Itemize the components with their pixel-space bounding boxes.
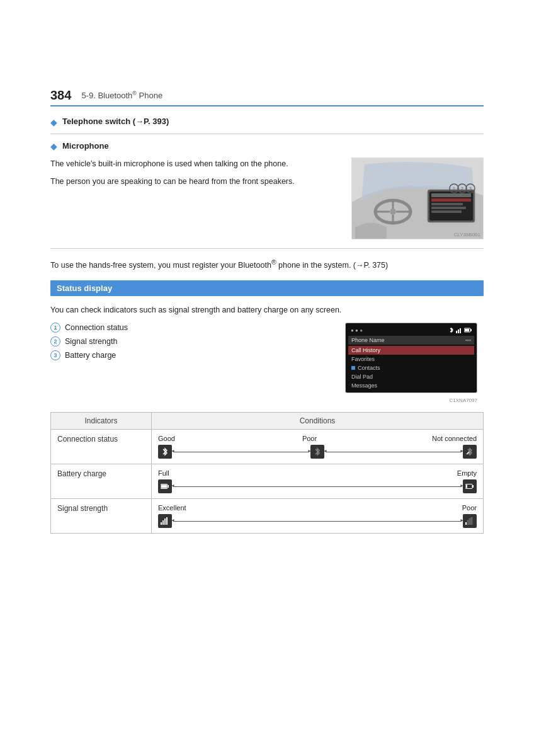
svg-rect-21 [458, 329, 459, 333]
microphone-label: Microphone [62, 141, 109, 151]
circle-1: 1 [50, 323, 60, 333]
label-poor-conn: Poor [297, 435, 322, 442]
svg-rect-10 [431, 198, 471, 202]
phone-screen-mockup: ● ● ● [345, 323, 477, 393]
connection-labels-row: Good Poor Not connected [158, 435, 477, 442]
status-label-2: Signal strength [65, 337, 117, 346]
status-label-1: Connection status [65, 323, 128, 332]
status-description: You can check indicators such as signal … [50, 304, 484, 316]
phone-menu-dialpad: Dial Pad [348, 372, 474, 381]
row-conditions-battery: Full Empty [152, 464, 484, 499]
svg-point-2 [390, 209, 396, 215]
status-item-2: 2 Signal strength [50, 336, 335, 346]
label-not-connected: Not connected [426, 435, 477, 442]
circle-2: 2 [50, 336, 60, 346]
microphone-description: The vehicle's built-in microphone is use… [50, 158, 341, 188]
svg-rect-13 [431, 210, 462, 213]
table-row-battery: Battery charge Full Empty [51, 464, 484, 499]
signal-labels-row: Excellent Poor [158, 504, 477, 512]
microphone-desc2: The person you are speaking to can be he… [50, 175, 341, 188]
svg-rect-33 [161, 522, 162, 525]
label-excellent: Excellent [158, 504, 193, 512]
table-row-connection: Connection status Good Poor Not connecte… [51, 430, 484, 464]
svg-rect-28 [168, 485, 169, 488]
svg-rect-35 [164, 518, 166, 525]
col-header-conditions: Conditions [152, 413, 484, 430]
microphone-content: The vehicle's built-in microphone is use… [50, 158, 484, 239]
svg-rect-20 [456, 331, 457, 333]
arrow-signal: ◄ ► [173, 521, 462, 522]
battery-icon [464, 328, 472, 333]
svg-rect-38 [467, 520, 469, 525]
arrow-conn-1: ◄ ► [173, 452, 309, 452]
bluetooth-poor-icon [310, 445, 324, 459]
svg-text:3: 3 [469, 186, 472, 191]
microphone-desc1: The vehicle's built-in microphone is use… [50, 158, 341, 170]
row-label-connection: Connection status [51, 430, 152, 464]
svg-rect-24 [470, 329, 472, 331]
phone-menu-favorites: Favorites [348, 355, 474, 364]
svg-rect-11 [431, 203, 463, 205]
bluetooth-good-icon [158, 445, 172, 459]
signal-poor-icon [463, 514, 477, 528]
arrow-conn-2: ◄ ► [326, 452, 462, 452]
row-label-signal: Signal strength [51, 499, 152, 534]
microphone-header: ◆ Microphone [50, 140, 484, 151]
svg-rect-22 [460, 328, 461, 333]
phone-image-label: C1XNA7097 [450, 398, 477, 403]
contact-indicator [351, 366, 355, 370]
car-image-inner: 1 2 3 CLY39B001 [352, 158, 483, 239]
signal-excellent-icon [158, 514, 172, 528]
battery-full-icon [158, 479, 172, 493]
svg-rect-40 [471, 517, 472, 525]
page-title: 5-9. Bluetooth® Phone [81, 90, 162, 100]
label-good: Good [158, 435, 193, 442]
signal-icon [456, 327, 462, 333]
svg-rect-12 [431, 207, 466, 209]
row-label-battery: Battery charge [51, 464, 152, 499]
circle-3: 3 [50, 350, 60, 360]
table-row-signal: Signal strength Excellent Poor [51, 499, 484, 534]
status-item-1: 1 Connection status [50, 323, 335, 333]
label-full: Full [158, 469, 193, 477]
connection-icons-row: ◄ ► ◄ ► [158, 445, 477, 459]
phone-menu-call-history: Call History [348, 346, 474, 355]
status-label-3: Battery charge [65, 351, 116, 360]
battery-empty-icon [463, 479, 477, 493]
handsfree-note: To use the hands-free system, you must r… [50, 258, 484, 272]
svg-text:1: 1 [453, 186, 455, 191]
label-empty: Empty [442, 469, 477, 477]
svg-rect-34 [162, 520, 164, 525]
phone-menu-contacts: Contacts [348, 364, 474, 372]
diamond-bullet-2: ◆ [50, 141, 57, 151]
phone-name-bar: Phone Name ▪▪▪ [348, 336, 474, 345]
svg-rect-25 [465, 329, 469, 331]
telephone-switch-label: Telephone switch (→P. 393) [62, 117, 169, 126]
svg-rect-29 [161, 485, 167, 488]
car-image-label: CLY39B001 [453, 232, 480, 238]
page-container: 384 5-9. Bluetooth® Phone ◆ Telephone sw… [0, 0, 534, 756]
phone-menu-messages: Messages [348, 381, 474, 390]
phone-indicator-dots: ● ● ● [351, 328, 363, 333]
telephone-switch-item: ◆ Telephone switch (→P. 393) [50, 117, 484, 134]
svg-text:2: 2 [461, 186, 463, 191]
svg-rect-39 [469, 518, 470, 525]
battery-icons-row: ◄ ► [158, 479, 477, 493]
bluetooth-icon [449, 327, 454, 333]
diamond-bullet: ◆ [50, 117, 57, 127]
car-svg: 1 2 3 [352, 158, 484, 239]
label-poor-signal: Poor [442, 504, 477, 512]
page-header: 384 5-9. Bluetooth® Phone [50, 88, 484, 106]
svg-rect-31 [472, 485, 474, 488]
phone-screen-wrapper: ● ● ● [345, 323, 477, 393]
arrow-batt: ◄ ► [173, 486, 462, 487]
bluetooth-none-icon [463, 445, 477, 459]
status-item-3: 3 Battery charge [50, 350, 335, 360]
svg-rect-32 [466, 485, 467, 488]
phone-icons-row [449, 327, 472, 333]
row-conditions-connection: Good Poor Not connected [152, 430, 484, 464]
battery-labels-row: Full Empty [158, 469, 477, 477]
status-list: 1 Connection status 2 Signal strength 3 … [50, 323, 335, 393]
svg-rect-9 [431, 193, 471, 197]
svg-rect-36 [166, 517, 168, 525]
